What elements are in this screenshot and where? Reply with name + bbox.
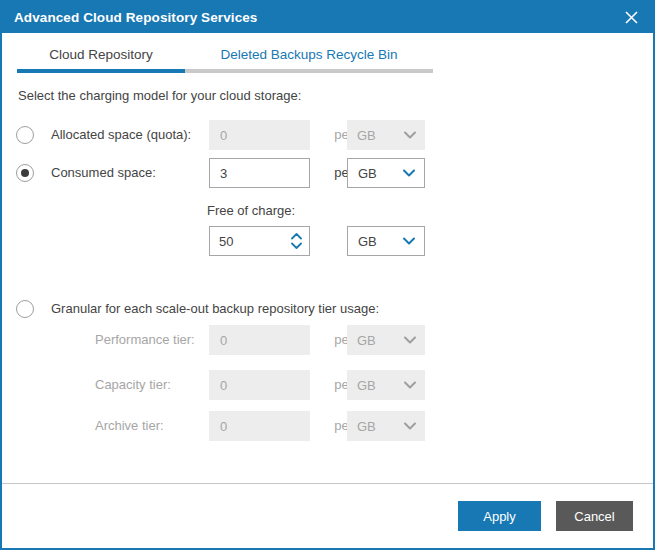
advanced-cloud-repository-dialog: Advanced Cloud Repository Services Cloud… <box>0 0 655 550</box>
granular-radio[interactable] <box>16 300 34 318</box>
tab-bar: Cloud Repository Deleted Backups Recycle… <box>17 46 433 73</box>
cancel-button[interactable]: Cancel <box>556 501 633 531</box>
free-of-charge-spinner <box>209 226 310 256</box>
chevron-down-icon <box>404 336 416 344</box>
close-icon <box>625 11 638 24</box>
chevron-down-icon <box>404 131 416 139</box>
allocated-space-input <box>209 120 310 150</box>
archive-tier-label: Archive tier: <box>95 411 164 441</box>
capacity-tier-row: Capacity tier: per GB <box>16 370 653 400</box>
allocated-space-radio[interactable] <box>16 126 34 144</box>
tab-cloud-repository[interactable]: Cloud Repository <box>17 46 185 73</box>
allocated-space-row: Allocated space (quota): per GB <box>16 120 653 150</box>
chevron-down-icon[interactable] <box>291 242 302 249</box>
free-of-charge-row: GB <box>16 226 653 256</box>
granular-label: Granular for each scale-out backup repos… <box>51 294 379 324</box>
archive-tier-input <box>209 411 310 441</box>
spinner-buttons <box>291 233 302 249</box>
consumed-space-row: Consumed space: per GB <box>16 158 653 188</box>
capacity-tier-label: Capacity tier: <box>95 370 171 400</box>
performance-tier-input <box>209 325 310 355</box>
consumed-space-radio[interactable] <box>16 164 34 182</box>
chevron-down-icon <box>404 422 416 430</box>
free-of-charge-input[interactable] <box>210 227 268 255</box>
archive-tier-unit-select: GB <box>347 411 425 441</box>
unit-value: GB <box>358 166 377 181</box>
unit-value: GB <box>357 333 376 348</box>
consumed-space-label: Consumed space: <box>51 158 156 188</box>
unit-value: GB <box>357 378 376 393</box>
granular-row: Granular for each scale-out backup repos… <box>16 294 653 324</box>
archive-tier-row: Archive tier: per GB <box>16 411 653 441</box>
unit-value: GB <box>358 234 377 249</box>
performance-tier-row: Performance tier: per GB <box>16 325 653 355</box>
chevron-down-icon <box>404 381 416 389</box>
dialog-footer: Apply Cancel <box>2 483 653 548</box>
unit-value: GB <box>357 128 376 143</box>
allocated-unit-select: GB <box>347 120 425 150</box>
allocated-space-label: Allocated space (quota): <box>51 120 191 150</box>
tab-label: Cloud Repository <box>49 47 153 62</box>
close-button[interactable] <box>623 9 640 26</box>
chevron-down-icon <box>403 237 415 245</box>
capacity-tier-unit-select: GB <box>347 370 425 400</box>
chevron-up-icon[interactable] <box>291 233 302 240</box>
charging-model-prompt: Select the charging model for your cloud… <box>18 88 301 103</box>
performance-tier-label: Performance tier: <box>95 325 195 355</box>
tab-deleted-backups-recycle-bin[interactable]: Deleted Backups Recycle Bin <box>185 46 433 73</box>
dialog-title: Advanced Cloud Repository Services <box>14 10 257 25</box>
tab-label: Deleted Backups Recycle Bin <box>220 47 397 62</box>
capacity-tier-input <box>209 370 310 400</box>
performance-tier-unit-select: GB <box>347 325 425 355</box>
apply-button[interactable]: Apply <box>458 501 541 531</box>
chevron-down-icon <box>403 169 415 177</box>
free-of-charge-unit-select[interactable]: GB <box>347 226 425 256</box>
free-of-charge-label: Free of charge: <box>207 203 295 218</box>
dialog-titlebar: Advanced Cloud Repository Services <box>2 2 653 33</box>
consumed-space-input[interactable] <box>209 158 310 188</box>
consumed-unit-select[interactable]: GB <box>347 158 425 188</box>
unit-value: GB <box>357 419 376 434</box>
